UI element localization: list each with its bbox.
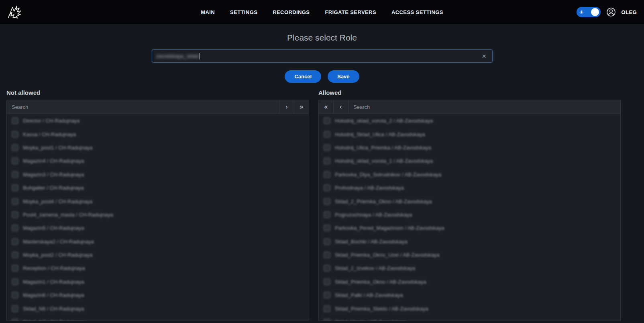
list-item[interactable]: Parkovka_Dlya_Sotrudnikov / AB-Zavodskay… bbox=[319, 168, 620, 181]
list-item[interactable]: Sklad_N7 / CH-Radujnaya bbox=[7, 315, 309, 321]
nav-link[interactable]: RECORDINGS bbox=[273, 9, 310, 15]
not-allowed-column: Not allowed › » Director bbox=[6, 89, 309, 321]
list-item[interactable]: Post4_zamena_masla / CH-Radujnaya bbox=[7, 208, 309, 221]
checkbox[interactable] bbox=[324, 292, 330, 298]
camera-label: Holodnij_sklad_vorota_1 / AB-Zavodskaya bbox=[335, 158, 433, 164]
camera-label: Moyka_post4 / CH-Radujnaya bbox=[23, 198, 92, 204]
checkbox[interactable] bbox=[324, 184, 330, 191]
checkbox[interactable] bbox=[324, 238, 330, 245]
checkbox[interactable] bbox=[12, 157, 18, 164]
list-item[interactable]: Parkovka_Pered_Magazinom / AB-Zavodskaya bbox=[319, 221, 620, 235]
checkbox[interactable] bbox=[12, 278, 18, 285]
allowed-search-input[interactable] bbox=[348, 100, 620, 114]
list-item[interactable]: Sklad_2_Izvekov / AB-Zavodskaya bbox=[319, 262, 620, 275]
move-all-right-button[interactable]: » bbox=[294, 100, 309, 114]
list-item[interactable]: Reception / CH-Radujnaya bbox=[7, 262, 309, 275]
not-allowed-title: Not allowed bbox=[6, 89, 309, 96]
camera-label: Sklad_Priemka_Okno / AB-Zavodskaya bbox=[335, 279, 426, 285]
nav-link[interactable]: MAIN bbox=[201, 9, 215, 15]
checkbox[interactable] bbox=[324, 319, 330, 321]
list-item[interactable]: Magazin3 / CH-Radujnaya bbox=[7, 168, 309, 181]
checkbox[interactable] bbox=[12, 265, 18, 272]
move-all-left-button[interactable]: « bbox=[319, 100, 334, 114]
camera-label: Reception / CH-Radujnaya bbox=[23, 265, 85, 271]
list-item[interactable]: Masterskaya2 / CH-Radujnaya bbox=[7, 235, 309, 248]
checkbox[interactable] bbox=[324, 251, 330, 258]
checkbox[interactable] bbox=[324, 157, 330, 164]
list-item[interactable]: Moyka_post4 / CH-Radujnaya bbox=[7, 194, 309, 208]
checkbox[interactable] bbox=[12, 198, 18, 205]
checkbox[interactable] bbox=[12, 305, 18, 312]
list-item[interactable]: Pogruzochnaya / AB-Zavodskaya bbox=[319, 208, 620, 221]
list-item[interactable]: Sklad_Priemka_Okno_Uzel / AB-Zavodskaya bbox=[319, 248, 620, 262]
checkbox[interactable] bbox=[324, 131, 330, 138]
list-item[interactable]: Sklad_N6 / CH-Radujnaya bbox=[7, 302, 309, 315]
camera-label: Buhgalter / CH-Radujnaya bbox=[23, 185, 84, 191]
camera-label: Sklad_Vorota / AB-Zavodskaya bbox=[335, 319, 407, 321]
list-item[interactable]: Magazin4 / CH-Radujnaya bbox=[7, 154, 309, 168]
clear-input-button[interactable]: ✕ bbox=[480, 53, 488, 60]
checkbox[interactable] bbox=[12, 251, 18, 258]
app-logo-icon bbox=[7, 5, 23, 19]
list-item[interactable]: Sklad_Palki / AB-Zavodskaya bbox=[319, 288, 620, 302]
save-button[interactable]: Save bbox=[328, 70, 359, 83]
list-item[interactable]: Sklad_2_Priemka_Okno / AB-Zavodskaya bbox=[319, 194, 620, 208]
checkbox[interactable] bbox=[12, 225, 18, 231]
camera-label: Sklad_N6 / CH-Radujnaya bbox=[23, 306, 84, 312]
allowed-title: Allowed bbox=[318, 89, 621, 96]
checkbox[interactable] bbox=[12, 211, 18, 218]
checkbox[interactable] bbox=[324, 198, 330, 205]
nav-link[interactable]: FRIGATE SERVERS bbox=[325, 9, 376, 15]
checkbox[interactable] bbox=[12, 319, 18, 321]
not-allowed-search-input[interactable] bbox=[7, 100, 279, 114]
checkbox[interactable] bbox=[12, 131, 18, 138]
list-item[interactable]: Sklad_Bochki / AB-Zavodskaya bbox=[319, 235, 620, 248]
checkbox[interactable] bbox=[12, 144, 18, 151]
camera-label: Holodnij_Ulica_Priemka / AB-Zavodskaya bbox=[335, 145, 431, 151]
list-item[interactable]: Holodnij_Ulica_Priemka / AB-Zavodskaya bbox=[319, 141, 620, 154]
list-item[interactable]: Magazin6 / CH-Radujnaya bbox=[7, 288, 309, 302]
theme-toggle[interactable]: ☀ bbox=[577, 7, 601, 17]
role-input[interactable]: zavodskaya_sklad ✕ bbox=[152, 49, 493, 63]
double-chevron-right-icon: » bbox=[300, 104, 304, 110]
checkbox[interactable] bbox=[12, 184, 18, 191]
list-item[interactable]: Holodnij_sklad_vorota_2 / AB-Zavodskaya bbox=[319, 114, 620, 127]
camera-label: Moyka_post1 / CH-Radujnaya bbox=[23, 145, 92, 151]
list-item[interactable]: Magazin5 / CH-Radujnaya bbox=[7, 221, 309, 235]
chevron-right-icon: › bbox=[285, 104, 287, 110]
checkbox[interactable] bbox=[324, 278, 330, 285]
checkbox[interactable] bbox=[324, 144, 330, 151]
list-item[interactable]: Moyka_post2 / CH-Radujnaya bbox=[7, 248, 309, 262]
move-left-button[interactable]: ‹ bbox=[334, 100, 348, 114]
list-item[interactable]: Magazin1 / CH-Radujnaya bbox=[7, 275, 309, 288]
app-logo[interactable] bbox=[7, 4, 25, 20]
nav-link[interactable]: SETTINGS bbox=[230, 9, 257, 15]
text-caret bbox=[200, 53, 200, 59]
move-right-button[interactable]: › bbox=[279, 100, 294, 114]
checkbox[interactable] bbox=[324, 225, 330, 231]
list-item[interactable]: Sklad_Priemka_Steklo / AB-Zavodskaya bbox=[319, 302, 620, 315]
list-item[interactable]: Director / CH-Radujnaya bbox=[7, 114, 309, 127]
chevron-left-icon: ‹ bbox=[340, 104, 342, 110]
cancel-button[interactable]: Cancel bbox=[285, 70, 321, 83]
camera-label: Magazin6 / CH-Radujnaya bbox=[23, 292, 84, 298]
checkbox[interactable] bbox=[324, 117, 330, 124]
checkbox[interactable] bbox=[12, 117, 18, 124]
list-item[interactable]: Holodnij_Sklad_Ulica / AB-Zavodskaya bbox=[319, 127, 620, 141]
nav-link[interactable]: ACCESS SETTINGS bbox=[391, 9, 443, 15]
checkbox[interactable] bbox=[12, 238, 18, 245]
list-item[interactable]: Sklad_Vorota / AB-Zavodskaya bbox=[319, 315, 620, 321]
list-item[interactable]: Buhgalter / CH-Radujnaya bbox=[7, 181, 309, 194]
checkbox[interactable] bbox=[12, 292, 18, 298]
list-item[interactable]: Holodnij_sklad_vorota_1 / AB-Zavodskaya bbox=[319, 154, 620, 168]
checkbox[interactable] bbox=[324, 305, 330, 312]
list-item[interactable]: Sklad_Priemka_Okno / AB-Zavodskaya bbox=[319, 275, 620, 288]
checkbox[interactable] bbox=[324, 211, 330, 218]
user-icon[interactable] bbox=[606, 7, 616, 17]
checkbox[interactable] bbox=[12, 171, 18, 178]
checkbox[interactable] bbox=[324, 265, 330, 272]
list-item[interactable]: Prohodnaya / AB-Zavodskaya bbox=[319, 181, 620, 194]
list-item[interactable]: Kassa / CH-Radujnaya bbox=[7, 127, 309, 141]
checkbox[interactable] bbox=[324, 171, 330, 178]
list-item[interactable]: Moyka_post1 / CH-Radujnaya bbox=[7, 141, 309, 154]
